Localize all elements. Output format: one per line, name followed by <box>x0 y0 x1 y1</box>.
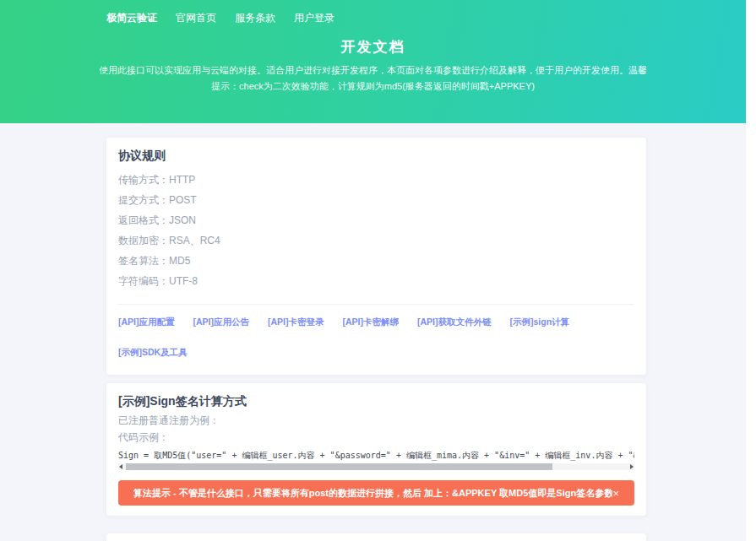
nav-item-terms[interactable]: 服务条款 <box>235 11 275 25</box>
alert-text: 算法提示 - 不管是什么接口，只需要将所有post的数据进行拼接，然后 加上：&… <box>133 487 612 500</box>
scrollbar-left-arrow-icon[interactable] <box>119 464 122 469</box>
protocol-rules-card: 协议规则 传输方式：HTTP 提交方式：POST 返回格式：JSON 数据加密：… <box>106 138 646 375</box>
link-app-config[interactable]: [API]应用配置 <box>118 316 175 328</box>
nav-item-login[interactable]: 用户登录 <box>294 11 334 25</box>
code-sample-label: 代码示例： <box>118 429 634 446</box>
nav-item-home[interactable]: 官网首页 <box>176 11 216 25</box>
sign-card-title: [示例]Sign签名计算方式 <box>118 393 634 408</box>
rule-submit-method: 提交方式：POST <box>118 190 634 210</box>
rule-transport: 传输方式：HTTP <box>118 170 634 190</box>
alert-close-icon[interactable]: × <box>612 488 619 499</box>
link-file-url[interactable]: [API]获取文件外链 <box>417 316 492 328</box>
algorithm-tip-alert: 算法提示 - 不管是什么接口，只需要将所有post的数据进行拼接，然后 加上：&… <box>118 480 634 506</box>
link-sign-example[interactable]: [示例]sign计算 <box>510 316 570 328</box>
next-card-peek <box>106 533 646 541</box>
hero-header: 极简云验证 官网首页 服务条款 用户登录 开发文档 使用此接口可以实现应用与云端… <box>0 0 746 123</box>
rule-sign-algorithm: 签名算法：MD5 <box>118 251 634 271</box>
scrollbar-right-arrow-icon[interactable] <box>630 464 634 469</box>
api-links-row: [API]应用配置 [API]应用公告 [API]卡密登录 [API]卡密解绑 … <box>118 313 634 359</box>
sign-example-card: [示例]Sign签名计算方式 已注册普通注册为例： 代码示例： Sign = 取… <box>106 383 646 516</box>
content-column: 极简云验证 官网首页 服务条款 用户登录 开发文档 使用此接口可以实现应用与云端… <box>0 0 746 541</box>
scrollbar-thumb[interactable] <box>126 463 552 470</box>
nav-brand[interactable]: 极简云验证 <box>106 11 157 25</box>
page: 极简云验证 官网首页 服务条款 用户登录 开发文档 使用此接口可以实现应用与云端… <box>0 0 756 541</box>
card-divider <box>118 304 634 305</box>
browser-scrollbar-track[interactable] <box>746 0 756 541</box>
link-card-unbind[interactable]: [API]卡密解绑 <box>343 316 400 328</box>
top-nav: 极简云验证 官网首页 服务条款 用户登录 <box>0 0 746 25</box>
page-subtitle: 使用此接口可以实现应用与云端的对接。适合用户进行对接开发程序，本页面对各项参数进… <box>96 62 650 95</box>
link-card-login[interactable]: [API]卡密登录 <box>268 316 324 328</box>
rule-charset: 字符编码：UTF-8 <box>118 271 634 291</box>
code-horizontal-scrollbar[interactable] <box>118 463 634 470</box>
rule-return-format: 返回格式：JSON <box>118 210 634 230</box>
main-content: 协议规则 传输方式：HTTP 提交方式：POST 返回格式：JSON 数据加密：… <box>0 123 746 541</box>
sign-card-intro: 已注册普通注册为例： <box>118 412 634 429</box>
rule-encryption: 数据加密：RSA、RC4 <box>118 230 634 251</box>
link-app-notice[interactable]: [API]应用公告 <box>193 316 250 328</box>
protocol-card-title: 协议规则 <box>118 148 634 163</box>
code-sample: Sign = 取MD5值("user=" + 编辑框_user.内容 + "&p… <box>118 450 634 462</box>
link-sdk-tools[interactable]: [示例]SDK及工具 <box>118 347 188 359</box>
page-title: 开发文档 <box>0 37 746 57</box>
